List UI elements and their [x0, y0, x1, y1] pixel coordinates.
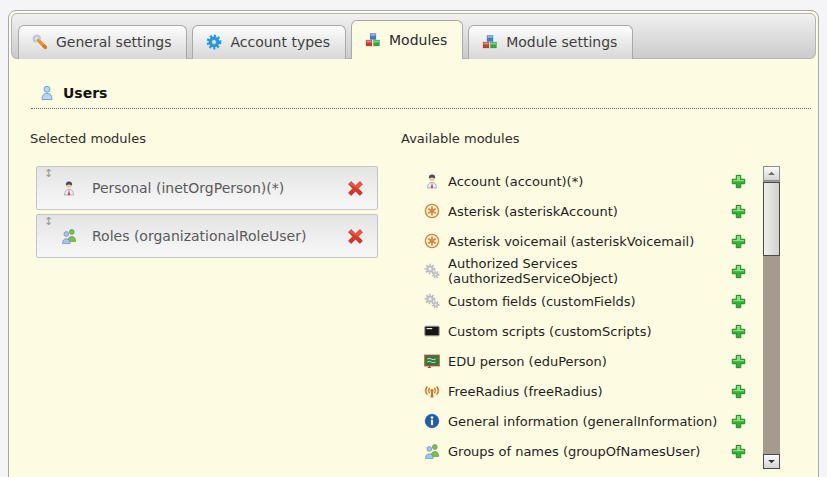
- section-title: Users: [63, 85, 107, 101]
- available-modules-label: Available modules: [401, 131, 811, 146]
- add-icon[interactable]: [731, 174, 746, 189]
- add-icon[interactable]: [731, 354, 746, 369]
- wrench-icon: [32, 34, 48, 50]
- module-label: Asterisk (asteriskAccount): [448, 204, 731, 219]
- info-icon: [424, 413, 440, 429]
- module-label: General information (generalInformation): [448, 414, 731, 429]
- available-module-row: Asterisk voicemail (asteriskVoicemail): [401, 226, 746, 256]
- module-label: FreeRadius (freeRadius): [448, 384, 731, 399]
- available-module-row: Account (account)(*): [401, 166, 746, 196]
- config-panel: General settings Account types Modules M…: [8, 10, 819, 477]
- tab-label: General settings: [56, 34, 171, 50]
- available-module-row: Groups of names (groupOfNamesUser): [401, 436, 746, 466]
- users-section-heading: Users: [31, 85, 811, 109]
- drag-handle-icon[interactable]: ↕: [44, 215, 53, 229]
- available-modules-column: Available modules Account (account)(*) A…: [401, 131, 811, 466]
- add-icon[interactable]: [731, 264, 746, 279]
- add-icon[interactable]: [731, 414, 746, 429]
- tab-label: Modules: [389, 32, 447, 48]
- selected-module-row[interactable]: ↕ Roles (organizationalRoleUser): [36, 214, 378, 258]
- available-modules-list: Account (account)(*) Asterisk (asteriskA…: [401, 166, 746, 466]
- add-icon[interactable]: [731, 234, 746, 249]
- terminal-icon: [424, 323, 440, 339]
- add-icon[interactable]: [731, 204, 746, 219]
- user-icon: [39, 85, 55, 101]
- group-icon: [424, 443, 440, 459]
- available-module-row: General information (generalInformation): [401, 406, 746, 436]
- available-module-row: EDU person (eduPerson): [401, 346, 746, 376]
- available-module-row: Custom scripts (customScripts): [401, 316, 746, 346]
- tab-bar: General settings Account types Modules M…: [11, 13, 816, 59]
- available-module-row: FreeRadius (freeRadius): [401, 376, 746, 406]
- scroll-down-icon[interactable]: [763, 454, 780, 469]
- modules-tab-content: Users Selected modules ↕ Personal (inetO…: [9, 59, 818, 466]
- scroll-up-icon[interactable]: [763, 166, 780, 181]
- available-module-row: Authorized Services (authorizedServiceOb…: [401, 256, 746, 286]
- module-label: Authorized Services (authorizedServiceOb…: [448, 256, 731, 286]
- available-module-row: Asterisk (asteriskAccount): [401, 196, 746, 226]
- blackboard-icon: [424, 353, 440, 369]
- selected-module-row[interactable]: ↕ Personal (inetOrgPerson)(*): [36, 166, 378, 210]
- asterisk-icon: [424, 203, 440, 219]
- module-label: Asterisk voicemail (asteriskVoicemail): [448, 234, 731, 249]
- module-columns: Selected modules ↕ Personal (inetOrgPers…: [31, 131, 811, 466]
- drag-handle-icon[interactable]: ↕: [44, 167, 53, 181]
- antenna-icon: [424, 383, 440, 399]
- module-label: Account (account)(*): [448, 174, 731, 189]
- module-label: Custom scripts (customScripts): [448, 324, 731, 339]
- scrollbar-thumb[interactable]: [763, 182, 780, 256]
- module-label: Groups of names (groupOfNamesUser): [448, 444, 731, 459]
- gears-icon: [424, 293, 440, 309]
- tab-account-types[interactable]: Account types: [192, 25, 346, 59]
- account-types-icon: [206, 34, 222, 50]
- remove-icon[interactable]: [347, 180, 364, 197]
- module-label: Roles (organizationalRoleUser): [92, 228, 306, 244]
- selected-modules-label: Selected modules: [30, 131, 378, 146]
- selected-modules-column: Selected modules ↕ Personal (inetOrgPers…: [36, 131, 378, 466]
- tab-label: Account types: [230, 34, 330, 50]
- tab-modules[interactable]: Modules: [351, 20, 463, 59]
- available-modules-scrollbar[interactable]: [763, 166, 780, 469]
- tab-module-settings[interactable]: Module settings: [468, 25, 633, 59]
- asterisk-icon: [424, 233, 440, 249]
- module-label: Personal (inetOrgPerson)(*): [92, 180, 284, 196]
- modules-icon: [482, 34, 498, 50]
- remove-icon[interactable]: [347, 228, 364, 245]
- add-icon[interactable]: [731, 444, 746, 459]
- available-module-row: Custom fields (customFields): [401, 286, 746, 316]
- person-icon: [61, 180, 77, 196]
- tab-list: General settings Account types Modules M…: [18, 20, 638, 59]
- group-icon: [61, 228, 77, 244]
- add-icon[interactable]: [731, 384, 746, 399]
- modules-icon: [365, 32, 381, 48]
- add-icon[interactable]: [731, 294, 746, 309]
- person-icon: [424, 173, 440, 189]
- module-label: EDU person (eduPerson): [448, 354, 731, 369]
- add-icon[interactable]: [731, 324, 746, 339]
- tab-general-settings[interactable]: General settings: [18, 25, 187, 59]
- gears-icon: [424, 263, 440, 279]
- tab-label: Module settings: [506, 34, 617, 50]
- module-label: Custom fields (customFields): [448, 294, 731, 309]
